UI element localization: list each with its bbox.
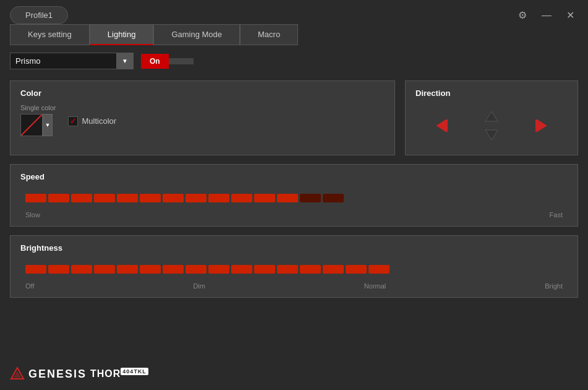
- svg-marker-2: [485, 111, 498, 121]
- brightness-led-5: [117, 265, 138, 274]
- brightness-led-9: [208, 265, 229, 274]
- profile-select-wrap: Prismo ▼: [10, 53, 134, 69]
- single-color-label: Single color: [20, 104, 56, 111]
- tab-keys-setting[interactable]: Keys setting: [10, 24, 90, 45]
- brightness-led-8: [185, 265, 207, 274]
- direction-title: Direction: [415, 89, 568, 98]
- brightness-led-6: [140, 265, 161, 274]
- speed-led-11: [254, 194, 275, 202]
- brightness-panel: Brightness Off: [10, 235, 578, 298]
- direction-right-button[interactable]: [532, 115, 554, 137]
- speed-led-12: [277, 194, 298, 202]
- brightness-led-12: [277, 265, 298, 274]
- model-badge: 404TKL: [121, 368, 148, 375]
- tab-macro[interactable]: Macro: [240, 24, 298, 45]
- direction-down-button[interactable]: [483, 126, 500, 144]
- direction-left-button[interactable]: [429, 115, 451, 137]
- speed-led-9: [208, 194, 229, 202]
- brightness-led-2: [48, 265, 69, 274]
- profile-select[interactable]: Prismo: [10, 53, 134, 69]
- brightness-led-bar[interactable]: [20, 259, 568, 280]
- brightness-led-10: [231, 265, 252, 274]
- brightness-led-13: [300, 265, 321, 274]
- speed-led-10: [231, 194, 252, 202]
- brightness-led-11: [254, 265, 275, 274]
- speed-led-2: [48, 194, 69, 202]
- speed-led-5: [117, 194, 138, 202]
- close-button[interactable]: ✕: [563, 8, 578, 22]
- speed-led-1: [25, 194, 46, 202]
- brightness-label-bright: Bright: [545, 282, 563, 290]
- genesis-icon: [10, 366, 25, 381]
- brightness-led-14: [323, 265, 344, 274]
- color-swatch[interactable]: [20, 114, 43, 136]
- multicolor-wrap: Multicolor: [68, 116, 116, 126]
- multicolor-checkbox[interactable]: [68, 116, 78, 126]
- genesis-logo: GENESIS THOR404TKL: [10, 366, 148, 381]
- brightness-labels: Off Dim Normal Bright: [20, 282, 568, 290]
- toggle-on-button[interactable]: On: [141, 54, 169, 69]
- brightness-led-3: [71, 265, 92, 274]
- direction-up-button[interactable]: [483, 108, 500, 125]
- brightness-label-off: Off: [25, 282, 34, 290]
- product-text: THOR404TKL: [90, 368, 148, 379]
- speed-panel: Speed Slow Fast: [10, 164, 578, 227]
- minimize-button[interactable]: —: [538, 9, 555, 22]
- color-swatch-wrap[interactable]: ▼: [20, 114, 53, 136]
- speed-led-6: [140, 194, 161, 202]
- footer: GENESIS THOR404TKL: [10, 366, 148, 381]
- brand-text: GENESIS: [28, 368, 87, 381]
- speed-led-14: [323, 194, 344, 202]
- svg-marker-4: [537, 119, 547, 132]
- speed-led-bar[interactable]: [20, 188, 568, 209]
- svg-marker-5: [535, 119, 537, 132]
- svg-marker-0: [437, 119, 446, 132]
- color-title: Color: [20, 89, 385, 98]
- brightness-label-dim: Dim: [193, 282, 205, 290]
- brightness-led-16: [369, 265, 390, 274]
- speed-label-fast: Fast: [550, 211, 563, 219]
- speed-led-7: [163, 194, 184, 202]
- speed-led-8: [185, 194, 207, 202]
- speed-label-slow: Slow: [25, 211, 40, 219]
- speed-led-3: [71, 194, 92, 202]
- toggle-off-button[interactable]: [169, 58, 194, 64]
- direction-panel: Direction: [405, 80, 578, 155]
- swatch-dropdown-icon[interactable]: ▼: [43, 114, 53, 136]
- tab-lighting[interactable]: Lighting: [90, 24, 154, 45]
- toggle-wrap: On: [141, 54, 194, 69]
- speed-led-4: [94, 194, 115, 202]
- color-panel: Color Single color ▼ Multicolor: [10, 80, 395, 155]
- speed-led-13: [300, 194, 321, 202]
- speed-title: Speed: [20, 172, 568, 181]
- multicolor-label: Multicolor: [82, 116, 116, 126]
- nav-tabs: Keys setting Lighting Gaming Mode Macro: [0, 24, 588, 45]
- brightness-led-1: [25, 265, 46, 274]
- settings-button[interactable]: ⚙: [514, 8, 530, 22]
- profile-badge: Profile1: [10, 6, 68, 24]
- direction-arrows: [415, 104, 568, 147]
- brightness-led-4: [94, 265, 115, 274]
- brightness-label-normal: Normal: [364, 282, 386, 290]
- brightness-led-7: [163, 265, 184, 274]
- svg-marker-3: [485, 130, 498, 140]
- tab-gaming-mode[interactable]: Gaming Mode: [153, 24, 240, 45]
- brightness-led-15: [346, 265, 367, 274]
- svg-marker-1: [446, 119, 448, 132]
- brightness-title: Brightness: [20, 243, 568, 253]
- speed-labels: Slow Fast: [20, 211, 568, 219]
